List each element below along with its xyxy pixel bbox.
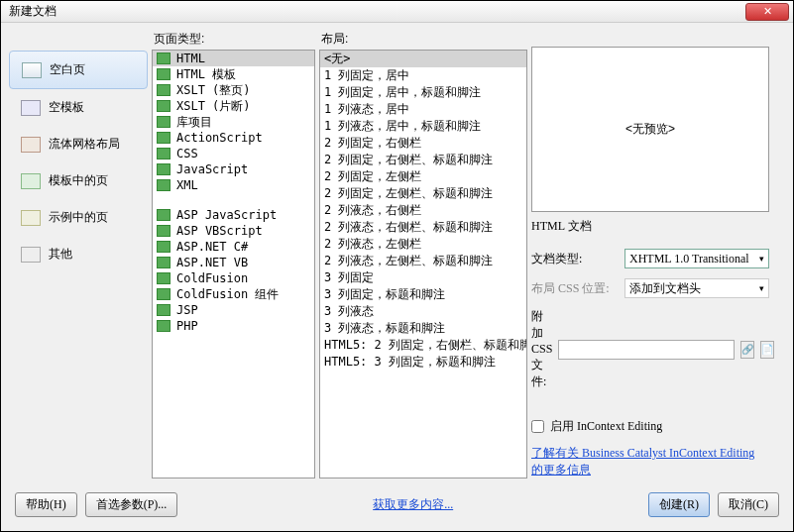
- file-icon: [157, 320, 170, 332]
- doctype-select[interactable]: XHTML 1.0 Transitional: [624, 249, 769, 268]
- pagetype-list[interactable]: HTMLHTML 模板XSLT (整页)XSLT (片断)库项目ActionSc…: [152, 50, 315, 479]
- browse-css-icon[interactable]: 📄: [760, 341, 774, 359]
- more-content-link[interactable]: 获取更多内容...: [373, 496, 453, 513]
- file-icon: [157, 257, 170, 268]
- category-label: 空模板: [49, 99, 84, 116]
- link-css-icon[interactable]: 🔗: [740, 341, 754, 359]
- doctype-row: 文档类型: XHTML 1.0 Transitional: [531, 249, 769, 268]
- layout-item[interactable]: 1 列固定，居中: [320, 67, 526, 84]
- help-button[interactable]: 帮助(H): [15, 492, 77, 517]
- file-icon: [157, 272, 170, 284]
- file-icon: [157, 100, 170, 112]
- layout-item[interactable]: <无>: [320, 51, 526, 67]
- layout-item[interactable]: 1 列液态，居中: [320, 101, 526, 118]
- layout-item[interactable]: 2 列固定，左侧栏: [320, 168, 526, 185]
- layout-item[interactable]: 2 列液态，左侧栏、标题和脚注: [320, 253, 526, 269]
- enable-ice-checkbox[interactable]: [531, 420, 544, 433]
- pagetype-label: 页面类型:: [152, 31, 315, 48]
- ice-row: 启用 InContext Editing: [531, 418, 769, 435]
- pagetype-item[interactable]: 库项目: [153, 114, 314, 130]
- pagetype-item-label: XSLT (片断): [176, 99, 251, 113]
- category-icon: [21, 173, 41, 189]
- file-icon: [157, 132, 170, 144]
- pagetype-column: 页面类型: HTMLHTML 模板XSLT (整页)XSLT (片断)库项目Ac…: [152, 31, 315, 479]
- pagetype-item[interactable]: XML: [153, 177, 314, 193]
- new-document-dialog: 新建文档 ✕ 空白页空模板流体网格布局模板中的页示例中的页其他 页面类型: HT…: [0, 0, 794, 532]
- pagetype-item[interactable]: JavaScript: [153, 161, 314, 177]
- category-label: 流体网格布局: [49, 136, 120, 153]
- layout-item[interactable]: HTML5: 2 列固定，右侧栏、标题和脚注: [320, 337, 526, 354]
- pagetype-item-label: ASP.NET VB: [176, 256, 248, 269]
- category-icon: [21, 100, 41, 116]
- preview-placeholder: <无预览>: [625, 121, 675, 138]
- pagetype-item-label: HTML 模板: [176, 67, 236, 81]
- ice-link[interactable]: 了解有关 Business Catalyst InContext Editing…: [531, 445, 769, 479]
- pagetype-item-label: ASP JavaScript: [176, 208, 277, 222]
- pagetype-item[interactable]: ColdFusion 组件: [153, 286, 314, 302]
- pagetype-item[interactable]: XSLT (片断): [153, 98, 314, 114]
- close-button[interactable]: ✕: [745, 3, 789, 21]
- layout-item[interactable]: 2 列液态，左侧栏: [320, 236, 526, 253]
- cancel-button[interactable]: 取消(C): [718, 492, 779, 517]
- layout-item[interactable]: 1 列液态，居中，标题和脚注: [320, 118, 526, 135]
- attach-css-input[interactable]: [558, 340, 735, 360]
- pagetype-item[interactable]: ActionScript: [153, 130, 314, 146]
- category-item-2[interactable]: 流体网格布局: [9, 126, 148, 162]
- preview-column: <无预览> HTML 文档 文档类型: XHTML 1.0 Transition…: [531, 31, 769, 479]
- pagetype-item[interactable]: ASP JavaScript: [153, 207, 314, 223]
- pagetype-item[interactable]: ASP.NET C#: [153, 239, 314, 255]
- pagetype-item[interactable]: ColdFusion: [153, 270, 314, 286]
- pagetype-item[interactable]: XSLT (整页): [153, 82, 314, 98]
- layout-item[interactable]: 3 列固定，标题和脚注: [320, 286, 526, 303]
- layout-item[interactable]: 2 列液态，右侧栏、标题和脚注: [320, 219, 526, 236]
- doctype-label: 文档类型:: [531, 251, 619, 267]
- category-label: 示例中的页: [49, 209, 108, 226]
- pagetype-item[interactable]: JSP: [153, 302, 314, 318]
- category-label: 空白页: [50, 61, 85, 78]
- pagetype-item[interactable]: CSS: [153, 146, 314, 161]
- category-icon: [22, 62, 42, 78]
- pagetype-item-label: JavaScript: [176, 162, 248, 176]
- pagetype-item[interactable]: ASP VBScript: [153, 223, 314, 239]
- category-item-5[interactable]: 其他: [9, 236, 148, 272]
- pagetype-item-label: XSLT (整页): [176, 83, 251, 97]
- category-icon: [21, 247, 41, 263]
- pagetype-item[interactable]: HTML: [153, 51, 314, 66]
- layout-label: 布局:: [319, 31, 527, 48]
- category-label: 其他: [49, 246, 72, 263]
- layout-item[interactable]: 1 列固定，居中，标题和脚注: [320, 84, 526, 101]
- footer: 帮助(H) 首选参数(P)... 获取更多内容... 创建(R) 取消(C): [1, 486, 793, 522]
- layout-item[interactable]: 2 列液态，右侧栏: [320, 202, 526, 219]
- layout-item[interactable]: 2 列固定，右侧栏: [320, 135, 526, 152]
- pagetype-item-label: PHP: [176, 319, 198, 333]
- category-item-0[interactable]: 空白页: [9, 51, 148, 89]
- layout-item[interactable]: 3 列液态: [320, 303, 526, 320]
- file-icon: [157, 163, 170, 175]
- category-icon: [21, 210, 41, 226]
- create-button[interactable]: 创建(R): [648, 492, 710, 517]
- category-item-1[interactable]: 空模板: [9, 89, 148, 126]
- file-icon: [157, 241, 170, 253]
- pagetype-item-label: 库项目: [176, 115, 212, 129]
- pagetype-item-label: ColdFusion: [176, 271, 248, 285]
- layout-item[interactable]: 3 列液态，标题和脚注: [320, 320, 526, 337]
- preview-box: <无预览>: [531, 47, 769, 212]
- file-icon: [157, 148, 170, 160]
- pagetype-item[interactable]: HTML 模板: [153, 66, 314, 82]
- category-item-4[interactable]: 示例中的页: [9, 199, 148, 236]
- content-area: 空白页空模板流体网格布局模板中的页示例中的页其他 页面类型: HTMLHTML …: [1, 23, 793, 486]
- layout-item[interactable]: 2 列固定，右侧栏、标题和脚注: [320, 152, 526, 168]
- layout-item[interactable]: HTML5: 3 列固定，标题和脚注: [320, 354, 526, 371]
- pagetype-item[interactable]: PHP: [153, 318, 314, 334]
- file-icon: [157, 116, 170, 128]
- pagetype-item-label: ASP VBScript: [176, 224, 263, 238]
- layout-list[interactable]: <无>1 列固定，居中1 列固定，居中，标题和脚注1 列液态，居中1 列液态，居…: [319, 50, 527, 479]
- pagetype-item[interactable]: ASP.NET VB: [153, 255, 314, 270]
- attach-css-label: 附加 CSS 文件:: [531, 308, 552, 390]
- layout-column: 布局: <无>1 列固定，居中1 列固定，居中，标题和脚注1 列液态，居中1 列…: [319, 31, 527, 479]
- prefs-button[interactable]: 首选参数(P)...: [85, 492, 178, 517]
- layout-item[interactable]: 2 列固定，左侧栏、标题和脚注: [320, 185, 526, 202]
- layout-item[interactable]: 3 列固定: [320, 269, 526, 286]
- category-item-3[interactable]: 模板中的页: [9, 162, 148, 199]
- titlebar: 新建文档 ✕: [1, 1, 793, 23]
